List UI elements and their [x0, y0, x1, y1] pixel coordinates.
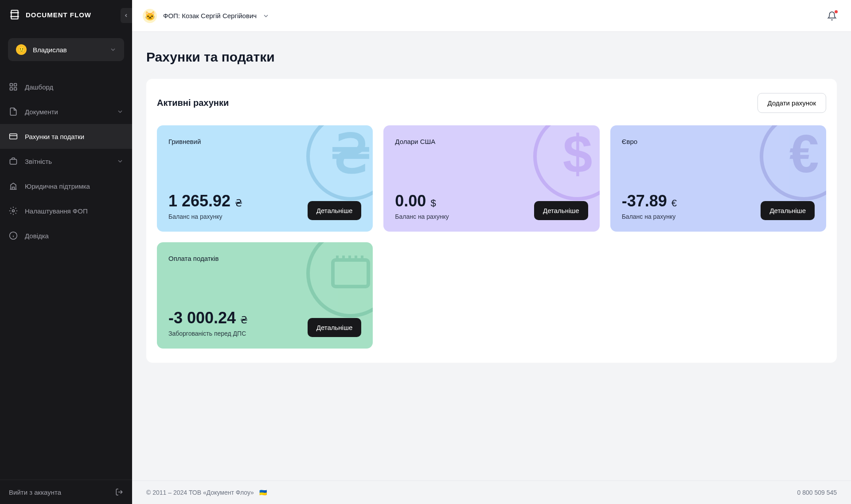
details-button[interactable]: Детальніше — [534, 201, 588, 220]
logout-icon — [115, 488, 123, 496]
chevron-down-icon — [117, 158, 123, 164]
panel-title: Активні рахунки — [157, 98, 229, 108]
footer: © 2011 – 2024 ТОВ «Документ Флоу» 🇺🇦 0 8… — [132, 481, 851, 504]
details-button[interactable]: Детальніше — [308, 318, 362, 337]
nav-label: Документи — [25, 108, 110, 116]
svg-point-21 — [308, 242, 373, 316]
account-cards: ₴ Гривневий 1 265.92 ₴ Баланс на рахунку — [157, 125, 826, 349]
svg-rect-3 — [10, 84, 13, 86]
nav-item-legal[interactable]: Юридична підтримка — [0, 174, 132, 198]
nav-label: Налаштування ФОП — [25, 207, 123, 215]
logo-icon — [9, 9, 20, 20]
nav-item-accounts[interactable]: Рахунки та податки — [0, 124, 132, 149]
account-sublabel: Заборгованість перед ДПС — [168, 330, 248, 337]
add-account-button[interactable]: Додати рахунок — [757, 93, 826, 113]
document-icon — [9, 107, 18, 116]
nav-label: Довідка — [25, 232, 123, 240]
account-balance: -3 000.24 ₴ — [168, 309, 248, 327]
svg-rect-4 — [14, 84, 17, 86]
panel-header: Активні рахунки Додати рахунок — [157, 93, 826, 113]
entity-selector[interactable]: 🐱 ФОП: Козак Сергій Сергійович — [143, 9, 269, 23]
chevron-down-icon — [263, 13, 269, 19]
account-card-uah: ₴ Гривневий 1 265.92 ₴ Баланс на рахунку — [157, 125, 373, 232]
accounts-panel: Активні рахунки Додати рахунок ₴ Гривнев… — [146, 79, 837, 363]
details-button[interactable]: Детальніше — [308, 201, 362, 220]
copyright: © 2011 – 2024 ТОВ «Документ Флоу» 🇺🇦 — [146, 489, 267, 496]
account-card-eur: € Євро -37.89 € Баланс на рахунку — [610, 125, 826, 232]
user-name: Владислав — [33, 46, 104, 54]
card-icon — [9, 132, 18, 141]
svg-text:₴: ₴ — [330, 125, 371, 183]
navigation: Дашборд Документи — [0, 74, 132, 480]
building-icon — [9, 182, 18, 190]
nav-item-settings[interactable]: Налаштування ФОП — [0, 198, 132, 223]
nav-label: Дашборд — [25, 83, 123, 91]
account-sublabel: Баланс на рахунку — [395, 213, 449, 220]
logo-section: DOCUMENT FLOW — [0, 0, 132, 29]
account-name: Євро — [622, 138, 815, 145]
nav-label: Рахунки та податки — [25, 133, 123, 140]
nav-item-help[interactable]: Довідка — [0, 223, 132, 248]
notification-dot — [835, 10, 838, 13]
svg-rect-9 — [10, 159, 17, 164]
logout-label: Вийти з аккаунта — [9, 488, 61, 496]
header: 🐱 ФОП: Козак Сергій Сергійович — [132, 0, 851, 32]
content: Рахунки та податки Активні рахунки Додат… — [132, 32, 851, 481]
hryvnia-bg-icon: ₴ — [306, 125, 373, 201]
account-balance: 1 265.92 ₴ — [168, 192, 242, 210]
nav-label: Юридична підтримка — [25, 182, 123, 190]
account-card-taxes: Оплата податків -3 000.24 ₴ Заборгованіс… — [157, 242, 373, 349]
tax-bg-icon — [306, 242, 373, 318]
brand-name: DOCUMENT FLOW — [26, 11, 91, 19]
account-balance: -37.89 € — [622, 192, 677, 210]
nav-item-reporting[interactable]: Звітність — [0, 149, 132, 174]
logout-button[interactable]: Вийти з аккаунта — [0, 480, 132, 504]
sidebar-collapse-button[interactable] — [121, 8, 132, 23]
user-selector[interactable]: 🙂 Владислав — [8, 38, 124, 61]
svg-rect-22 — [333, 260, 368, 287]
account-sublabel: Баланс на рахунку — [168, 213, 242, 220]
details-button[interactable]: Детальніше — [761, 201, 815, 220]
entity-avatar: 🐱 — [143, 9, 157, 23]
sidebar: DOCUMENT FLOW 🙂 Владислав — [0, 0, 132, 504]
account-balance: 0.00 $ — [395, 192, 449, 210]
account-name: Гривневий — [168, 138, 361, 145]
nav-label: Звітність — [25, 158, 110, 165]
euro-bg-icon: € — [760, 125, 826, 201]
svg-text:€: € — [789, 125, 819, 183]
svg-rect-7 — [10, 134, 17, 139]
account-name: Оплата податків — [168, 255, 361, 262]
page-title: Рахунки та податки — [146, 50, 837, 65]
svg-rect-5 — [10, 88, 13, 90]
svg-text:$: $ — [562, 125, 592, 183]
dollar-bg-icon: $ — [533, 125, 600, 201]
dashboard-icon — [9, 82, 18, 91]
user-avatar: 🙂 — [16, 44, 27, 55]
nav-item-dashboard[interactable]: Дашборд — [0, 74, 132, 99]
account-name: Долари США — [395, 138, 588, 145]
info-icon — [9, 231, 18, 240]
entity-name: ФОП: Козак Сергій Сергійович — [163, 12, 257, 19]
account-sublabel: Баланс на рахунку — [622, 213, 677, 220]
support-phone: 0 800 509 545 — [797, 489, 837, 496]
notifications-button[interactable] — [824, 8, 840, 24]
nav-item-documents[interactable]: Документи — [0, 99, 132, 124]
briefcase-icon — [9, 157, 18, 166]
account-card-usd: $ Долари США 0.00 $ Баланс на рахунку — [383, 125, 599, 232]
svg-rect-0 — [11, 10, 18, 19]
svg-rect-6 — [14, 88, 17, 90]
chevron-down-icon — [117, 109, 123, 115]
chevron-down-icon — [110, 47, 116, 53]
gear-icon — [9, 206, 18, 215]
flag-icon: 🇺🇦 — [259, 489, 267, 496]
svg-point-10 — [12, 210, 15, 212]
